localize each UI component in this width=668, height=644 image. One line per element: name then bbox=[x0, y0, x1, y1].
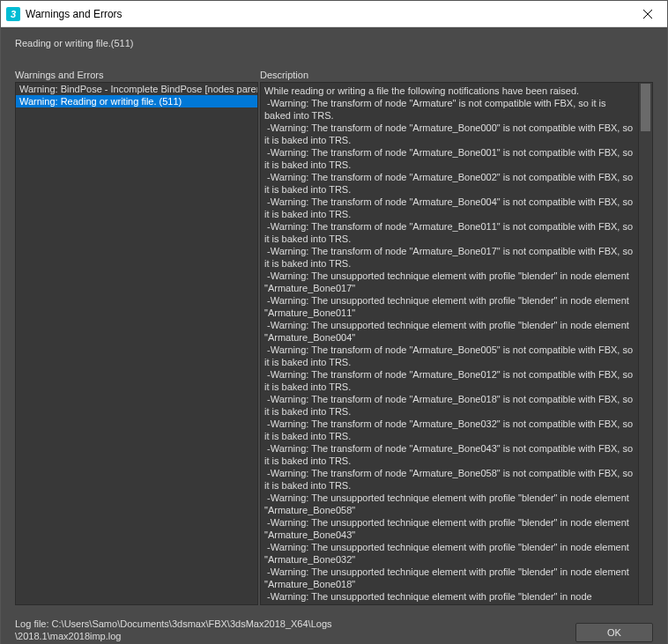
description-text[interactable]: While reading or writing a file the foll… bbox=[261, 83, 638, 604]
app-icon: 3 bbox=[6, 7, 20, 21]
scrollbar-thumb[interactable] bbox=[641, 84, 650, 131]
log-file-line2: \2018.1\max2018imp.log bbox=[15, 631, 121, 641]
description-area: While reading or writing a file the foll… bbox=[260, 82, 653, 605]
log-file-path: Log file: C:\Users\Samo\Documents\3dsmax… bbox=[15, 618, 561, 642]
warnings-listbox[interactable]: Warning: BindPose - Incomplete BindPose … bbox=[15, 82, 258, 605]
close-icon bbox=[643, 10, 652, 19]
status-text: Reading or writing file.(511) bbox=[15, 38, 653, 48]
titlebar: 3 Warnings and Errors bbox=[1, 1, 667, 27]
close-button[interactable] bbox=[627, 1, 667, 26]
window-title: Warnings and Errors bbox=[26, 8, 627, 20]
description-label: Description bbox=[260, 70, 653, 80]
description-scrollbar[interactable] bbox=[638, 83, 652, 604]
list-item[interactable]: Warning: Reading or writing file. (511) bbox=[16, 95, 257, 107]
panels-container: Warnings and Errors Warning: BindPose - … bbox=[15, 70, 653, 605]
footer: Log file: C:\Users\Samo\Documents\3dsmax… bbox=[15, 618, 653, 642]
description-panel: Description While reading or writing a f… bbox=[260, 70, 653, 605]
log-file-line1: Log file: C:\Users\Samo\Documents\3dsmax… bbox=[15, 618, 332, 629]
warnings-label: Warnings and Errors bbox=[15, 70, 258, 80]
warnings-errors-dialog: 3 Warnings and Errors Reading or writing… bbox=[0, 0, 668, 644]
list-item[interactable]: Warning: BindPose - Incomplete BindPose … bbox=[16, 83, 257, 95]
warnings-panel: Warnings and Errors Warning: BindPose - … bbox=[15, 70, 258, 605]
ok-button[interactable]: OK bbox=[575, 623, 653, 642]
dialog-content: Reading or writing file.(511) Warnings a… bbox=[1, 27, 667, 644]
